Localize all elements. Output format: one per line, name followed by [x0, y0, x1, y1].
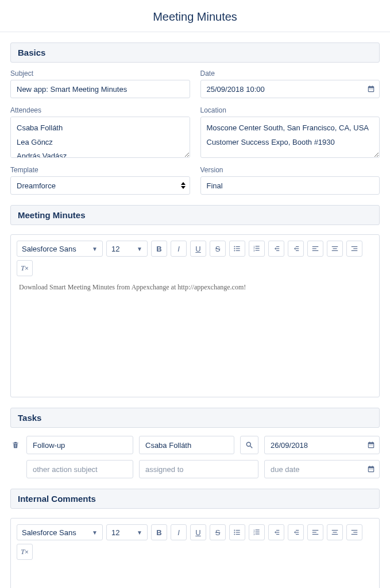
svg-rect-7	[256, 246, 260, 246]
size-select-label: 12	[111, 528, 119, 537]
svg-rect-41	[276, 530, 279, 531]
date-input[interactable]	[200, 80, 380, 98]
strike-button[interactable]: S	[210, 241, 226, 257]
template-label: Template	[10, 166, 190, 174]
size-select[interactable]: 12 ▼	[106, 524, 148, 540]
comments-toolbar: Salesforce Sans ▼ 12 ▼ B I U S 123	[17, 524, 373, 560]
font-select[interactable]: Salesforce Sans ▼	[17, 524, 103, 540]
size-select-label: 12	[111, 245, 119, 253]
version-input[interactable]	[200, 176, 380, 195]
clear-format-button[interactable]: T×	[17, 544, 33, 560]
version-label: Version	[200, 166, 380, 174]
template-select[interactable]	[10, 176, 190, 195]
size-select[interactable]: 12 ▼	[106, 241, 148, 257]
section-tasks: Tasks	[10, 408, 380, 478]
list-number-button[interactable]: 123	[249, 524, 265, 540]
svg-rect-26	[352, 250, 358, 251]
comments-editor[interactable]	[17, 560, 373, 588]
italic-button[interactable]: I	[171, 524, 187, 540]
stepper-icon	[181, 182, 186, 189]
task-assigned-input[interactable]	[139, 436, 234, 454]
chevron-down-icon: ▼	[137, 246, 142, 252]
task-subject-input[interactable]	[26, 460, 133, 478]
svg-line-28	[250, 446, 253, 448]
comments-editor-frame: Salesforce Sans ▼ 12 ▼ B I U S 123	[10, 518, 380, 588]
svg-point-0	[234, 246, 235, 247]
svg-rect-5	[236, 250, 240, 251]
svg-rect-34	[236, 534, 240, 535]
svg-rect-53	[352, 530, 358, 531]
task-date-input[interactable]	[264, 460, 380, 478]
svg-rect-43	[276, 534, 279, 535]
subject-input[interactable]	[10, 80, 190, 98]
svg-rect-24	[352, 246, 358, 247]
svg-rect-15	[296, 246, 299, 247]
svg-rect-52	[332, 534, 338, 535]
svg-rect-30	[236, 530, 240, 531]
section-tasks-header: Tasks	[10, 408, 380, 428]
list-bullet-button[interactable]	[229, 524, 245, 540]
task-subject-input[interactable]	[26, 436, 133, 454]
svg-rect-44	[296, 530, 299, 531]
align-center-button[interactable]	[327, 241, 343, 257]
align-right-button[interactable]	[346, 241, 362, 257]
minutes-editor[interactable]: Download Smart Meeting Minutes from Appe…	[17, 276, 373, 391]
svg-rect-1	[236, 246, 240, 247]
list-bullet-button[interactable]	[229, 241, 245, 257]
task-assigned-input[interactable]	[139, 460, 258, 478]
svg-rect-16	[296, 248, 299, 249]
task-row	[10, 436, 380, 454]
attendees-textarea[interactable]: Csaba Folláth Lea Göncz András Vadász	[10, 117, 190, 158]
lookup-button[interactable]	[240, 436, 258, 454]
section-basics: Basics Subject Date	[10, 42, 380, 195]
svg-rect-50	[332, 530, 338, 531]
align-center-button[interactable]	[327, 524, 343, 540]
minutes-toolbar: Salesforce Sans ▼ 12 ▼ B I U S 123	[17, 241, 373, 276]
svg-rect-38	[256, 532, 260, 532]
section-comments: Internal Comments Salesforce Sans ▼ 12 ▼…	[10, 489, 380, 588]
svg-rect-3	[236, 248, 240, 249]
svg-rect-49	[312, 534, 319, 535]
underline-button[interactable]: U	[190, 241, 206, 257]
svg-rect-12	[276, 246, 279, 247]
svg-rect-18	[312, 246, 319, 247]
location-textarea[interactable]: Moscone Center South, San Francisco, CA,…	[200, 117, 380, 158]
clear-format-button[interactable]: T×	[17, 260, 33, 276]
list-number-button[interactable]: 123	[249, 241, 265, 257]
underline-button[interactable]: U	[190, 524, 206, 540]
font-select[interactable]: Salesforce Sans ▼	[17, 241, 103, 257]
page-title: Meeting Minutes	[0, 0, 390, 32]
bold-button[interactable]: B	[151, 524, 167, 540]
minutes-editor-frame: Salesforce Sans ▼ 12 ▼ B I U S 123	[10, 234, 380, 397]
svg-point-33	[234, 534, 235, 535]
svg-text:3: 3	[253, 249, 255, 252]
align-left-button[interactable]	[307, 524, 323, 540]
svg-rect-42	[276, 532, 279, 532]
svg-rect-13	[276, 248, 279, 249]
outdent-button[interactable]	[268, 241, 284, 257]
align-left-button[interactable]	[307, 241, 323, 257]
bold-button[interactable]: B	[151, 241, 167, 257]
svg-rect-32	[236, 532, 240, 532]
svg-point-29	[234, 530, 235, 531]
location-label: Location	[200, 106, 380, 114]
indent-button[interactable]	[288, 241, 304, 257]
section-minutes-header: Meeting Minutes	[10, 205, 380, 225]
svg-rect-40	[256, 533, 260, 534]
delete-task-button[interactable]	[10, 441, 21, 449]
svg-rect-55	[352, 534, 358, 535]
italic-button[interactable]: I	[171, 241, 187, 257]
align-right-button[interactable]	[346, 524, 362, 540]
section-minutes: Meeting Minutes Salesforce Sans ▼ 12 ▼ B…	[10, 205, 380, 397]
svg-rect-19	[312, 248, 316, 249]
task-date-input[interactable]	[264, 436, 380, 454]
outdent-button[interactable]	[268, 524, 284, 540]
indent-button[interactable]	[288, 524, 304, 540]
svg-rect-48	[312, 532, 316, 532]
svg-rect-47	[312, 530, 319, 531]
svg-rect-22	[333, 248, 337, 249]
svg-rect-11	[256, 250, 260, 250]
svg-rect-14	[276, 250, 279, 251]
strike-button[interactable]: S	[210, 524, 226, 540]
svg-rect-20	[312, 250, 319, 251]
